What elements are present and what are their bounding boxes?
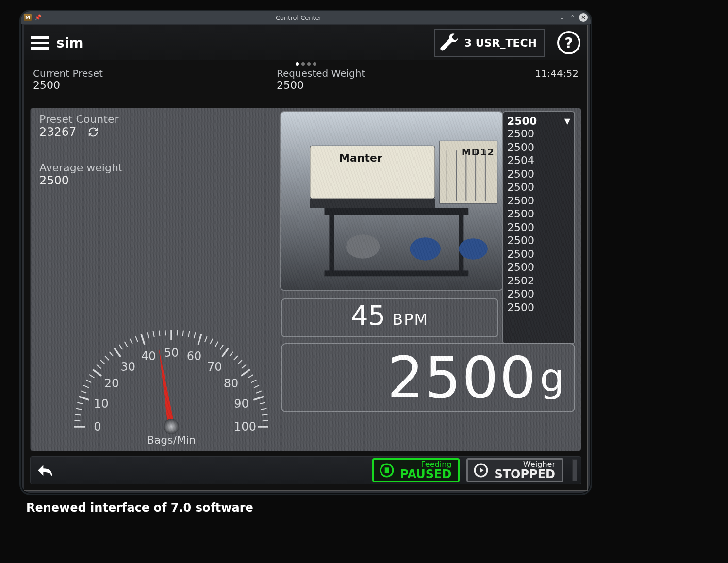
gauge-caption: Bags/Min bbox=[57, 434, 285, 446]
svg-line-32 bbox=[210, 339, 213, 344]
weight-list-item: 2500 bbox=[507, 234, 570, 248]
svg-line-36 bbox=[230, 352, 233, 356]
svg-line-6 bbox=[81, 391, 86, 393]
svg-text:100: 100 bbox=[234, 420, 256, 433]
svg-text:0: 0 bbox=[94, 420, 101, 433]
weight-list-item: 2504 bbox=[507, 154, 570, 167]
wrench-icon bbox=[439, 33, 460, 53]
svg-line-46 bbox=[260, 402, 265, 404]
svg-line-35 bbox=[222, 348, 229, 357]
preset-counter-value: 23267 bbox=[39, 125, 76, 139]
weight-display: 2500 g bbox=[281, 343, 575, 412]
svg-line-17 bbox=[125, 342, 128, 347]
svg-text:90: 90 bbox=[234, 397, 249, 411]
svg-line-22 bbox=[153, 331, 154, 337]
weight-list-top: 2500 bbox=[507, 115, 537, 127]
svg-line-23 bbox=[159, 331, 160, 336]
user-button[interactable]: 3 USR_TECH bbox=[434, 29, 545, 57]
svg-line-14 bbox=[110, 352, 114, 356]
bpm-value: 45 bbox=[351, 299, 385, 331]
weight-list-item: 2500 bbox=[507, 301, 570, 315]
svg-text:70: 70 bbox=[207, 360, 222, 374]
svg-point-77 bbox=[410, 237, 441, 260]
svg-line-13 bbox=[105, 356, 109, 360]
svg-line-4 bbox=[77, 402, 83, 404]
svg-line-31 bbox=[205, 336, 207, 342]
current-preset-label: Current Preset bbox=[33, 67, 277, 79]
svg-text:40: 40 bbox=[141, 349, 156, 363]
svg-line-40 bbox=[241, 369, 250, 376]
weight-list-item: 2500 bbox=[507, 167, 570, 181]
weight-list-item: 2500 bbox=[507, 141, 570, 154]
weigher-state: STOPPED bbox=[494, 468, 555, 480]
window-minimize-icon[interactable]: ⌄ bbox=[558, 13, 566, 22]
svg-rect-72 bbox=[325, 208, 469, 215]
svg-line-42 bbox=[251, 380, 257, 383]
hamburger-icon[interactable] bbox=[31, 36, 49, 50]
machine-model: MD12 bbox=[462, 146, 495, 158]
svg-line-43 bbox=[254, 385, 259, 388]
svg-line-37 bbox=[234, 356, 238, 360]
svg-line-48 bbox=[262, 414, 268, 415]
weight-list-item: 2500 bbox=[507, 221, 570, 234]
bpm-unit: BPM bbox=[392, 310, 429, 329]
svg-line-44 bbox=[256, 391, 262, 393]
window-title: Control Center bbox=[42, 14, 556, 21]
pause-circle-icon bbox=[379, 462, 395, 479]
svg-line-5 bbox=[79, 397, 89, 400]
svg-text:20: 20 bbox=[104, 377, 119, 390]
window-close-icon[interactable]: ✕ bbox=[579, 13, 588, 22]
svg-text:10: 10 bbox=[94, 397, 109, 411]
main-panel: Preset Counter 23267 Average weight 2500… bbox=[30, 108, 581, 451]
svg-point-78 bbox=[459, 238, 487, 260]
svg-line-19 bbox=[135, 336, 137, 342]
weight-value: 2500 bbox=[387, 344, 537, 411]
svg-line-47 bbox=[261, 409, 267, 410]
svg-point-63 bbox=[164, 419, 179, 434]
svg-text:30: 30 bbox=[120, 360, 135, 374]
weight-list-item: 2500 bbox=[507, 248, 570, 261]
page-dots[interactable] bbox=[24, 62, 587, 66]
app-shell: sim 3 USR_TECH ? Current Preset 2500 Req… bbox=[24, 25, 588, 491]
average-weight-value: 2500 bbox=[39, 174, 123, 187]
feeding-state: PAUSED bbox=[400, 468, 451, 480]
svg-line-30 bbox=[198, 334, 201, 345]
svg-rect-75 bbox=[325, 270, 469, 276]
weight-list-panel[interactable]: 2500 ▼ 250025002504250025002500250025002… bbox=[502, 111, 575, 344]
scroll-handle[interactable] bbox=[572, 459, 577, 481]
refresh-icon[interactable] bbox=[88, 127, 99, 137]
preset-counter-label: Preset Counter bbox=[39, 113, 119, 125]
svg-line-34 bbox=[220, 345, 223, 349]
machine-image: Manter MD12 bbox=[280, 111, 503, 291]
clock: 11:44:52 bbox=[520, 67, 579, 91]
svg-line-7 bbox=[83, 385, 89, 388]
weight-list-item: 2500 bbox=[507, 261, 570, 274]
window-maximize-icon[interactable]: ⌃ bbox=[568, 13, 577, 22]
feeding-button[interactable]: Feeding PAUSED bbox=[372, 458, 460, 482]
svg-line-10 bbox=[93, 369, 101, 376]
weigher-button[interactable]: Weigher STOPPED bbox=[466, 458, 563, 482]
device-frame: M 📌 Control Center ⌄ ⌃ ✕ sim 3 USR_TECH … bbox=[19, 10, 592, 495]
dropdown-icon[interactable]: ▼ bbox=[564, 116, 570, 126]
weight-list-item: 2500 bbox=[507, 287, 570, 301]
svg-line-29 bbox=[194, 332, 196, 338]
caption-text: Renewed interface of 7.0 software bbox=[26, 501, 253, 514]
svg-line-26 bbox=[177, 330, 178, 335]
weight-list-item: 2500 bbox=[507, 194, 570, 208]
help-icon[interactable]: ? bbox=[557, 31, 580, 54]
svg-rect-65 bbox=[310, 199, 435, 208]
undo-icon[interactable] bbox=[34, 462, 56, 479]
bpm-gauge: 0102030405060708090100 Bags/Min bbox=[57, 305, 285, 446]
svg-line-20 bbox=[141, 334, 145, 345]
app-icon: M bbox=[24, 14, 32, 21]
svg-line-38 bbox=[238, 360, 242, 364]
svg-rect-73 bbox=[329, 215, 334, 273]
svg-line-45 bbox=[253, 397, 264, 400]
svg-line-49 bbox=[263, 420, 268, 421]
svg-point-76 bbox=[346, 234, 380, 258]
bpm-panel: 45 BPM bbox=[281, 298, 498, 337]
svg-text:60: 60 bbox=[187, 349, 202, 363]
weight-list-item: 2502 bbox=[507, 274, 570, 288]
footer-bar: Feeding PAUSED Weigher STOPPED bbox=[30, 456, 581, 484]
pin-icon[interactable]: 📌 bbox=[34, 14, 42, 21]
